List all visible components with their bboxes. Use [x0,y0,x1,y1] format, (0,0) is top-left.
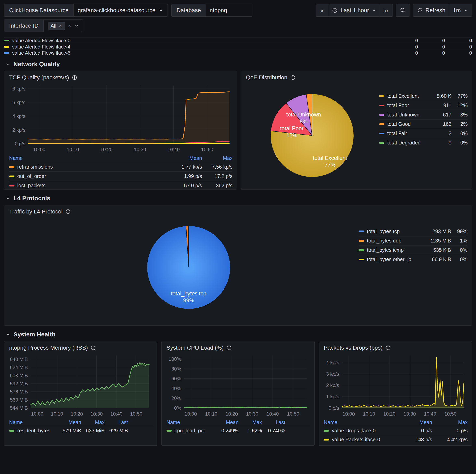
panel-title: Traffic by L4 Protocol [9,208,63,215]
section-network-quality[interactable]: Network Quality [6,61,472,67]
remove-value-icon[interactable]: × [59,23,62,29]
series-label: retransmissions [17,164,53,170]
memory-chart[interactable]: 544 MiB560 MiB576 MiB592 MiB608 MiB624 M… [8,353,153,417]
legend-header-name[interactable]: Name [9,419,58,425]
database-field: Database [171,4,253,17]
qoe-pie-chart[interactable]: total Excellent77%total Poor12%total Unk… [259,83,365,188]
series-label: total_bytes udp [367,238,402,244]
l4-pie-chart[interactable]: total_bytes tcp99% [138,220,239,315]
legend-row[interactable]: total Fair 2 0% [379,129,468,138]
packets-chart[interactable]: 0 p/s1 kp/s2 kp/s3 kp/s4 kp/s10:0010:101… [323,353,467,417]
legend-row[interactable]: value Drops iface-0 0 p/s 0 p/s [324,426,468,435]
svg-text:10:20: 10:20 [100,147,113,152]
time-range-label: Last 1 hour [340,7,369,14]
section-title: Network Quality [13,61,60,67]
legend-percent: 1% [451,238,467,244]
interface-value-pill[interactable]: All × [48,22,65,30]
legend-percent: 99% [451,229,467,234]
interface-select[interactable]: All × × [43,19,83,32]
zoom-out-button[interactable] [396,4,410,17]
svg-text:77%: 77% [324,162,336,168]
tcp-quality-chart[interactable]: 0 p/s2 kp/s4 kp/s6 kp/s8 kp/s10:0010:101… [8,83,233,153]
legend-row[interactable]: total_bytes other_ip 66.9 KiB 0% [359,255,467,264]
svg-text:624 MiB: 624 MiB [10,365,28,370]
clear-all-icon[interactable]: × [68,23,71,29]
series-color-swatch [359,249,364,251]
legend-header-last[interactable]: Last [262,419,285,425]
series-label: total Excellent [387,93,419,99]
info-icon[interactable] [385,345,391,350]
panel-header[interactable]: ntopng Process Memory (RSS) [4,341,157,352]
svg-text:10:30: 10:30 [134,147,146,152]
legend-header-max[interactable]: Max [238,419,262,425]
legend-header-max[interactable]: Max [432,419,468,425]
cell-value: 0 [418,38,445,43]
legend-row[interactable]: total Degraded 0 0% [379,138,468,147]
section-system-health[interactable]: System Health [6,331,472,338]
table-row[interactable]: value Alerted Flows iface-4 0 0 0 [4,44,472,50]
legend-header-mean[interactable]: Mean [400,419,432,425]
panel-header[interactable]: TCP Quality (packets/s) [4,71,237,82]
legend-row[interactable]: total_bytes udp 2.35 MiB 1% [359,236,467,245]
legend-header-mean[interactable]: Mean [169,155,202,161]
time-range-picker[interactable]: Last 1 hour [328,4,380,17]
cell-value: 0 [418,50,445,55]
legend-header-name[interactable]: Name [324,419,400,425]
legend-header-max[interactable]: Max [81,419,104,425]
svg-text:total_bytes tcp: total_bytes tcp [171,291,206,297]
legend-header-max[interactable]: Max [202,155,233,161]
svg-text:0 p/s: 0 p/s [329,405,339,411]
info-icon[interactable] [226,345,232,350]
svg-text:2 kp/s: 2 kp/s [12,127,25,133]
legend-row[interactable]: cpu_load_pct 0.249% 1.62% 0.740% [167,426,310,435]
svg-text:10:10: 10:10 [205,411,217,417]
legend-row[interactable]: total_bytes icmp 535 KiB 0% [359,245,467,255]
legend-row[interactable]: out_of_order 1.99 p/s 17.2 p/s [9,171,233,181]
info-icon[interactable] [72,75,77,80]
legend-header-last[interactable]: Last [104,419,128,425]
svg-text:10:00: 10:00 [185,411,197,417]
series-label: out_of_order [17,173,46,179]
time-shift-back-button[interactable]: « [316,4,328,17]
svg-text:10:20: 10:20 [383,411,396,417]
legend-value: 0 [428,140,451,146]
legend-row[interactable]: total Excellent 5.60 K 77% [379,91,468,101]
time-shift-forward-button[interactable]: » [380,4,393,17]
series-color-swatch [324,430,329,432]
info-icon[interactable] [290,75,295,80]
database-input[interactable] [206,4,253,17]
legend-max: 1.62% [238,428,262,434]
panel-header[interactable]: System CPU Load (%) [162,341,315,352]
legend-header-mean[interactable]: Mean [215,419,238,425]
series-label: cpu_load_pct [175,428,205,434]
legend-header-name[interactable]: Name [167,419,215,425]
legend-row[interactable]: total Poor 911 12% [379,101,468,110]
datasource-select[interactable]: grafana-clickhouse-datasource [73,4,168,17]
legend-row[interactable]: total Good 163 2% [379,119,468,129]
legend-row[interactable]: total Unknown 617 8% [379,110,468,119]
refresh-button[interactable]: Refresh [413,4,449,17]
chevron-down-icon [6,196,10,200]
info-icon[interactable] [65,209,71,214]
panel-header[interactable]: QoE Distribution [241,71,472,82]
table-row[interactable]: value Alerted Flows iface-0 0 0 0 [4,37,472,44]
legend-max: 7.56 kp/s [202,164,233,170]
cpu-chart[interactable]: 0%20%40%60%80%100%10:0010:1010:2010:3010… [165,353,310,417]
legend-row[interactable]: value Packets iface-0 143 p/s 4.42 kp/s [324,435,468,444]
legend-row[interactable]: total_bytes tcp 293 MiB 99% [359,227,467,236]
legend-row[interactable]: resident_bytes 579 MiB 633 MiB 629 MiB [9,426,153,435]
panel-header[interactable]: Traffic by L4 Protocol [4,205,472,216]
refresh-interval-select[interactable]: 1m [449,4,472,17]
legend-max: 633 MiB [81,428,104,434]
legend-header-name[interactable]: Name [9,155,169,161]
info-icon[interactable] [91,345,96,350]
panel-header[interactable]: Packets vs Drops (pps) [319,341,472,352]
table-row[interactable]: value Alerted Flows iface-5 0 0 0 [4,50,472,55]
legend-row[interactable]: lost_packets 67.0 p/s 362 p/s [9,181,233,190]
section-l4-protocols[interactable]: L4 Protocols [6,195,472,202]
panel-tcp-quality: TCP Quality (packets/s) 0 p/s2 kp/s4 kp/… [4,71,237,190]
panel-packets-drops: Packets vs Drops (pps) 0 p/s1 kp/s2 kp/s… [319,341,472,446]
legend-row[interactable]: retransmissions 1.77 kp/s 7.56 kp/s [9,162,233,171]
variables-left: ClickHouse Datasource grafana-clickhouse… [4,4,312,17]
legend-header-mean[interactable]: Mean [58,419,81,425]
